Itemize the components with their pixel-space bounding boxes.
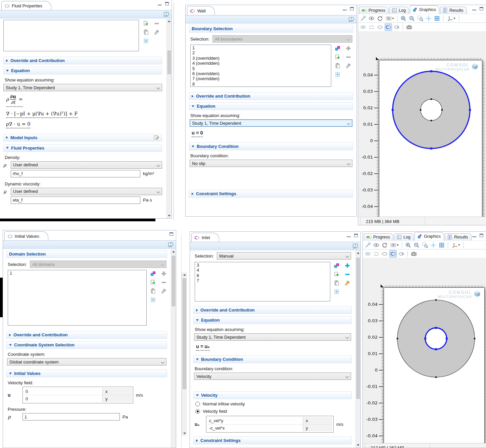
scroll-up-icon[interactable] — [172, 251, 175, 253]
zoom-out-button[interactable] — [408, 15, 416, 22]
select-box-mode-button[interactable] — [364, 250, 372, 258]
tab-log[interactable]: Log — [394, 233, 414, 240]
zoom-in-button[interactable] — [404, 241, 412, 249]
active-selection-icon[interactable] — [150, 271, 156, 277]
clear-selection-icon[interactable] — [345, 63, 351, 69]
tab-results[interactable]: Results — [445, 233, 472, 240]
outer-scrollbar-strip[interactable] — [181, 235, 187, 448]
pressure-input[interactable]: 1 — [22, 413, 120, 421]
zoom-box-button[interactable] — [417, 15, 424, 22]
transparency-button[interactable] — [364, 241, 372, 249]
selection-combo[interactable]: All domains — [30, 261, 166, 268]
section-coordinate-system[interactable]: Coordinate System Selection — [6, 341, 167, 349]
zoom-to-selection-button[interactable] — [433, 15, 441, 22]
minimize-button[interactable] — [158, 2, 162, 5]
section-equation[interactable]: Equation — [193, 316, 352, 324]
scroll-up-icon[interactable] — [357, 252, 359, 254]
active-selection-icon[interactable] — [335, 45, 341, 51]
tab-log[interactable]: Log — [389, 7, 409, 14]
clear-selection-icon[interactable] — [154, 29, 160, 35]
help-button[interactable] — [352, 243, 358, 249]
visibility-button[interactable] — [368, 15, 375, 22]
maximize-button[interactable] — [480, 7, 483, 10]
clear-selection-icon[interactable] — [161, 288, 167, 294]
add-to-selection-icon[interactable] — [161, 271, 167, 277]
visibility-button[interactable] — [373, 241, 380, 249]
boundary-selection-list[interactable]: 1 2 3 (overridden) 4 (overridden) 5 6 (o… — [190, 45, 331, 87]
viscosity-input[interactable]: eta_f — [11, 197, 140, 204]
reset-view-button[interactable] — [376, 15, 384, 22]
select-domain-mode-button[interactable] — [376, 23, 384, 31]
zoom-out-button[interactable] — [413, 241, 420, 249]
coordinate-system-combo[interactable]: Global coordinate system — [7, 358, 166, 366]
select-boundary-mode-button[interactable] — [385, 23, 392, 31]
help-button[interactable] — [163, 11, 169, 17]
section-override-contribution[interactable]: Override and Contribution — [3, 57, 162, 64]
settings-scrollbar[interactable] — [166, 19, 172, 218]
zoom-in-button[interactable] — [400, 15, 407, 22]
scroll-down-icon[interactable] — [168, 215, 171, 217]
velocity-y-input[interactable]: -c_vel*x — [207, 425, 303, 431]
boundary-condition-combo[interactable]: No slip — [190, 160, 352, 167]
clear-selection-icon[interactable] — [344, 280, 350, 286]
zoom-to-selection-icon[interactable] — [335, 71, 341, 77]
tab-graphics[interactable]: Graphics — [415, 232, 444, 240]
velocity-x-input[interactable]: 0 — [24, 388, 102, 395]
settings-scrollbar[interactable] — [171, 249, 176, 448]
remove-from-selection-icon[interactable] — [154, 20, 160, 26]
edit-model-inputs-icon[interactable] — [153, 134, 159, 141]
view-orientation-button[interactable] — [450, 241, 461, 249]
copy-selection-icon[interactable] — [150, 279, 156, 285]
section-override-contribution[interactable]: Override and Contribution — [193, 306, 352, 314]
selection-combo[interactable]: Manual — [217, 252, 351, 260]
zoom-extents-button[interactable] — [430, 241, 437, 249]
help-button[interactable] — [168, 242, 174, 248]
section-boundary-selection[interactable]: Boundary Selection — [189, 25, 353, 33]
zoom-to-selection-icon[interactable] — [143, 38, 149, 44]
copy-selection-icon[interactable] — [143, 20, 149, 26]
view-visibility-menu-button[interactable] — [389, 241, 399, 249]
plot-area[interactable]: COMSOLMULTIPHYSICS®0.040.030.020.010-0.0… — [358, 31, 486, 216]
study-combo[interactable]: Study 1, Time Dependent — [3, 84, 162, 91]
density-input[interactable]: rho_f — [11, 170, 140, 177]
boundary-condition-combo[interactable]: Velocity — [194, 373, 351, 380]
remove-from-selection-icon[interactable] — [161, 279, 167, 285]
tab-initial-values[interactable]: Initial Values — [4, 231, 48, 241]
minimize-button[interactable] — [343, 7, 347, 10]
select-boundary-mode-button[interactable] — [389, 250, 397, 258]
section-override-contribution[interactable]: Override and Contribution — [189, 92, 353, 100]
image-snapshot-button[interactable] — [410, 250, 418, 258]
zoom-extents-button[interactable] — [425, 15, 432, 22]
active-selection-icon[interactable] — [334, 263, 340, 269]
section-initial-values[interactable]: Initial Values — [6, 370, 167, 377]
section-boundary-condition[interactable]: Boundary Condition — [193, 355, 352, 363]
paste-selection-icon[interactable] — [335, 63, 341, 69]
remove-from-selection-icon[interactable] — [345, 54, 351, 60]
section-model-inputs[interactable]: Model Inputs — [3, 134, 162, 142]
density-combo[interactable]: User defined — [11, 161, 162, 169]
section-boundary-condition[interactable]: Boundary Condition — [189, 143, 353, 150]
transparency-button[interactable] — [359, 15, 367, 22]
selection-list[interactable] — [3, 20, 139, 51]
tab-inlet[interactable]: Inlet — [191, 233, 219, 242]
selection-combo[interactable]: All boundaries — [212, 35, 352, 43]
zoom-to-selection-icon[interactable] — [150, 297, 156, 303]
section-fluid-properties[interactable]: Fluid Properties — [3, 144, 162, 152]
maximize-button[interactable] — [350, 7, 354, 10]
paste-selection-icon[interactable] — [334, 280, 340, 286]
select-lasso-mode-button[interactable] — [368, 23, 375, 31]
select-domain-mode-button[interactable] — [381, 250, 388, 258]
view-orientation-button[interactable] — [446, 15, 456, 22]
section-constraint-settings[interactable]: Constraint Settings — [189, 190, 353, 198]
add-to-selection-icon[interactable] — [344, 263, 350, 269]
tab-graphics[interactable]: Graphics — [410, 5, 439, 14]
velocity-field-radio[interactable] — [195, 409, 200, 414]
zoom-box-button[interactable] — [421, 241, 429, 249]
scroll-up-icon[interactable] — [168, 20, 171, 22]
tab-fluid-properties[interactable]: Fluid Properties — [1, 1, 51, 10]
section-constraint-settings[interactable]: Constraint Settings — [193, 437, 352, 444]
select-box-mode-button[interactable] — [359, 23, 367, 31]
minimize-button[interactable] — [472, 234, 476, 237]
study-combo[interactable]: Study 1, Time Dependent — [190, 119, 352, 127]
section-override-contribution[interactable]: Override and Contribution — [6, 331, 167, 339]
